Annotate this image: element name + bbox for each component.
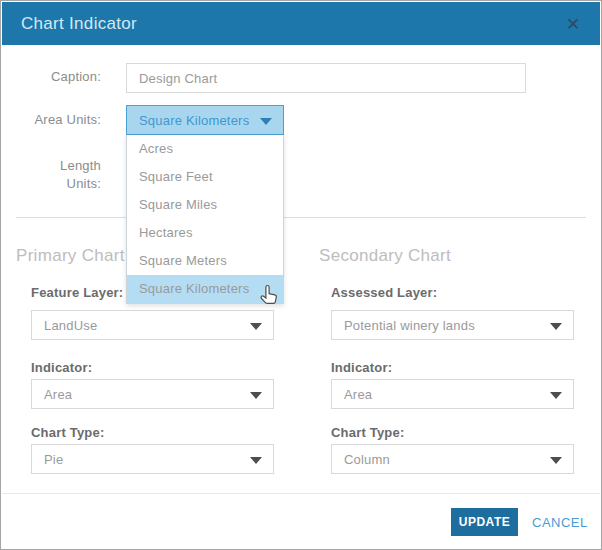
secondary-indicator-select[interactable]: Area — [331, 379, 574, 409]
assessed-layer-select[interactable]: Potential winery lands — [331, 310, 574, 340]
area-units-dropdown-list: Acres Square Feet Square Miles Hectares … — [126, 135, 284, 304]
primary-chart-type-label: Chart Type: — [31, 425, 104, 440]
dropdown-option-square-kilometers[interactable]: Square Kilometers — [127, 275, 283, 303]
caption-input[interactable] — [126, 63, 526, 93]
dropdown-option-acres[interactable]: Acres — [127, 135, 283, 163]
primary-indicator-select[interactable]: Area — [31, 379, 274, 409]
feature-layer-label: Feature Layer: — [31, 285, 123, 300]
dialog-title: Chart Indicator — [2, 14, 137, 34]
primary-chart-type-select[interactable]: Pie — [31, 444, 274, 474]
secondary-chart-type-label: Chart Type: — [331, 425, 404, 440]
section-divider — [16, 217, 586, 218]
feature-layer-select[interactable]: LandUse — [31, 310, 274, 340]
caption-label: Caption: — [1, 69, 101, 84]
length-units-label: Length Units: — [1, 157, 101, 193]
chevron-down-icon — [250, 457, 262, 464]
hand-pointer-cursor-icon — [257, 283, 281, 317]
secondary-chart-type-select[interactable]: Column — [331, 444, 574, 474]
dropdown-option-square-feet[interactable]: Square Feet — [127, 163, 283, 191]
chevron-down-icon — [550, 323, 562, 330]
primary-chart-heading: Primary Chart — [16, 246, 125, 266]
dropdown-option-hectares[interactable]: Hectares — [127, 219, 283, 247]
primary-indicator-label: Indicator: — [31, 360, 92, 375]
cancel-button[interactable]: CANCEL — [532, 515, 588, 530]
chevron-down-icon — [550, 392, 562, 399]
chart-indicator-dialog: Chart Indicator ✕ Caption: Area Units: S… — [0, 0, 602, 550]
chevron-down-icon — [260, 118, 272, 125]
dialog-header: Chart Indicator ✕ — [2, 2, 600, 45]
assessed-layer-label: Assessed Layer: — [331, 285, 437, 300]
footer-divider — [2, 493, 600, 494]
area-units-selected-value: Square Kilometers — [127, 113, 249, 128]
chevron-down-icon — [250, 323, 262, 330]
secondary-chart-heading: Secondary Chart — [319, 246, 451, 266]
update-button[interactable]: UPDATE — [451, 508, 518, 536]
area-units-label: Area Units: — [1, 112, 101, 127]
close-icon: ✕ — [566, 14, 580, 35]
area-units-select[interactable]: Square Kilometers — [126, 105, 284, 135]
chevron-down-icon — [550, 457, 562, 464]
dropdown-option-square-miles[interactable]: Square Miles — [127, 191, 283, 219]
chevron-down-icon — [250, 392, 262, 399]
dropdown-option-square-meters[interactable]: Square Meters — [127, 247, 283, 275]
secondary-indicator-label: Indicator: — [331, 360, 392, 375]
close-button[interactable]: ✕ — [560, 11, 586, 37]
